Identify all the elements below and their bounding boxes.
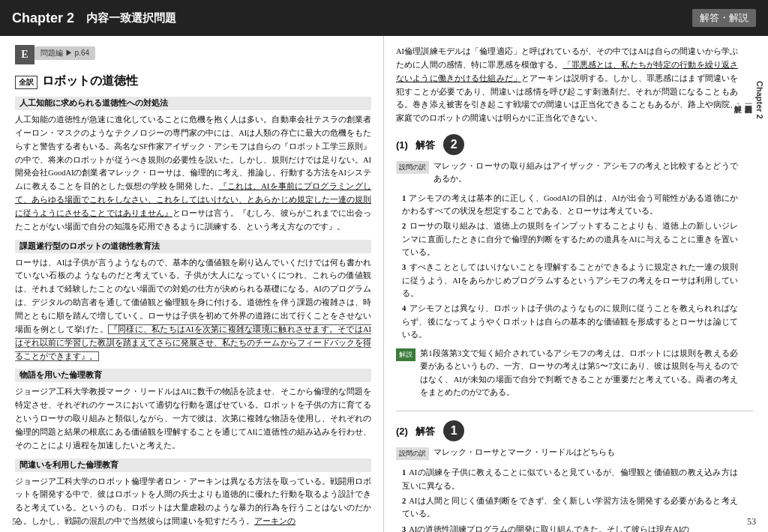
- section-header-3: 物語を用いた倫理教育: [15, 369, 371, 382]
- right-side-label: Chapter 2 内容一致選択問題 解答・解説: [733, 81, 765, 119]
- section-2-text: ローサは、AIは子供が言うようなもので、基本的な価値観を刷り込んでいくだけでは何…: [15, 256, 371, 363]
- answer-options-2: 1AIの訓練を子供に教えることに似ていると見ているが、倫理観と価値観の教え込み方…: [402, 466, 738, 532]
- question-num-2: (2): [396, 426, 408, 437]
- section-4-text: ジョージア工科大学のロボット倫理学者ロン・アーキンは異なる方法を取っている。戦闘…: [15, 475, 371, 528]
- page-number-left: 52: [12, 516, 21, 528]
- right-intro-text: AI倫理訓練モデルは「倫理適応」と呼ばれているが、その中ではAIは自らの間違いか…: [396, 45, 753, 125]
- answer-label-2: 解答: [416, 426, 435, 437]
- answer-option-2-2: 2AIは人間と同じく価値判断をできず、全く新しい学習方法を開発する必要があると考…: [402, 495, 738, 521]
- answer-section-2: (2) 解答 1 設問の訳 マレック・ローサとマーク・リードルはどちらも 1AI…: [396, 420, 753, 532]
- answer-num-circle-2: 1: [443, 420, 464, 441]
- setsumon-text-1: マレック・ローサの取り組みはアイザック・アシモフの考えと比較するとどうであるか。: [434, 160, 738, 186]
- answer-option-2-3: 3AIの道徳性訓練プログラムの開発に取り組んできた。そして彼らは現在AIの: [402, 523, 738, 532]
- article-title: ロボットの道徳性: [42, 73, 138, 89]
- zentai-badge: 全訳: [15, 76, 38, 89]
- answer-options-1: 1アシモフの考えは基本的に正しく、GoodAIの目的は、AIが出会う可能性がある…: [402, 192, 738, 341]
- answer-option-2-1: 1AIの訓練を子供に教えることに似ていると見ているが、倫理観と価値観の教え込み方…: [402, 466, 738, 492]
- kaisetsu-label-1: 解説: [396, 348, 416, 361]
- section-header-2: 課題遂行型のロボットの道徳性教育法: [15, 240, 371, 253]
- answer-option-1-1: 1アシモフの考えは基本的に正しく、GoodAIの目的は、AIが出会う可能性がある…: [402, 192, 738, 218]
- section-divider: [396, 411, 753, 411]
- answer-label-1: 解答: [416, 139, 435, 151]
- answer-section-1: (1) 解答 2 設問の訳 マレック・ローサの取り組みはアイザック・アシモフの考…: [396, 134, 753, 399]
- chapter-label: Chapter 2: [12, 10, 74, 26]
- answer-heading-2: (2) 解答 1: [396, 420, 738, 441]
- setsumon-label-1: 設問の訳: [396, 161, 429, 174]
- page-header: Chapter 2 内容一致選択問題 解答・解説: [0, 0, 768, 36]
- section-title: 内容一致選択問題: [86, 11, 176, 25]
- problem-ref-badge: 問題編 ▶ p.64: [34, 46, 95, 60]
- answer-num-circle-1: 2: [443, 134, 464, 155]
- section-1-text: 人工知能の道徳性が急速に進化していることに危機を抱く人は多い。自動車会社テスラの…: [15, 113, 371, 234]
- section-3-text: ジョージア工科大学教授マーク・リードルはAIに数千の物語を読ませ、そこから倫理的…: [15, 385, 371, 452]
- setsumon-box-1: 設問の訳 マレック・ローサの取り組みはアイザック・アシモフの考えと比較するとどう…: [396, 160, 738, 186]
- section-header-1: 人工知能に求められる道徳性への対処法: [15, 97, 371, 110]
- problem-id-badge: E: [15, 45, 34, 64]
- page-number-right: 53: [747, 516, 756, 528]
- right-page: Chapter 2 内容一致選択問題 解答・解説 AI倫理訓練モデルは「倫理適応…: [384, 36, 768, 532]
- article-title-line: 全訳 ロボットの道徳性: [15, 73, 371, 89]
- kaisetsu-box-1: 解説 第1段落第3文で短く紹介されているアシモフの考えは、ロボットには規則を教え…: [396, 347, 738, 399]
- left-page: E 問題編 ▶ p.64 全訳 ロボットの道徳性 人工知能に求められる道徳性への…: [0, 36, 384, 532]
- answer-heading-1: (1) 解答 2: [396, 134, 738, 155]
- answer-badge: 解答・解説: [692, 9, 756, 27]
- main-content: E 問題編 ▶ p.64 全訳 ロボットの道徳性 人工知能に求められる道徳性への…: [0, 36, 768, 532]
- setsumon-box-2: 設問の訳 マレック・ローサとマーク・リードルはどちらも: [396, 446, 738, 460]
- setsumon-text-2: マレック・ローサとマーク・リードルはどちらも: [434, 446, 615, 459]
- setsumon-label-2: 設問の訳: [396, 447, 429, 460]
- answer-option-1-2: 2ローサの取り組みは、道徳上の規則をインプットすることよりも、道徳上の新しいジレ…: [402, 220, 738, 259]
- kaisetsu-text-1: 第1段落第3文で短く紹介されているアシモフの考えは、ロボットには規則を教える必要…: [420, 347, 738, 399]
- answer-option-1-3: 3すべきこととしてはいけないことを理解することができるように規定された一連の規則…: [402, 261, 738, 300]
- section-header-4: 間違いを利用した倫理教育: [15, 459, 371, 472]
- answer-option-1-4: 4アシモフとは異なり、ロボットは子供のようなものに規則に従うことを教えられればな…: [402, 302, 738, 341]
- question-num-1: (1): [396, 139, 408, 151]
